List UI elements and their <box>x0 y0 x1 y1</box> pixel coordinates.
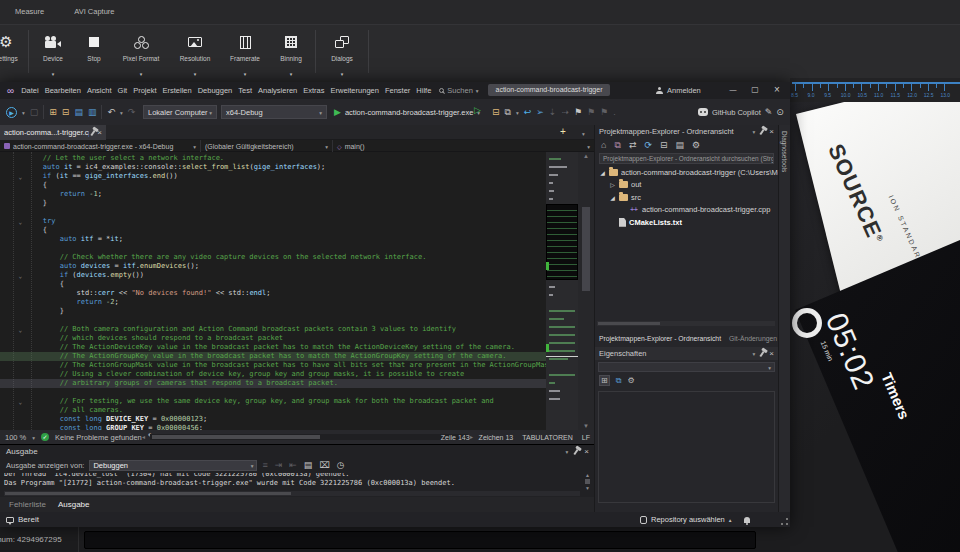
menu-item-hilfe[interactable]: Hilfe <box>413 84 434 97</box>
step-over-icon[interactable]: ⇢ <box>561 106 569 118</box>
code-line[interactable]: auto devices = itf.enumDevices(); <box>0 262 546 271</box>
breadcrumb-member[interactable]: ◇ main() <box>332 140 594 152</box>
pin-icon[interactable] <box>760 128 765 134</box>
code-line[interactable]: auto itf = *it; <box>0 235 546 244</box>
code-line[interactable]: const long DEVICE_KEY = 0x00000123; <box>0 415 546 424</box>
fold-arrow-icon[interactable]: ⌄ <box>0 271 26 280</box>
tree-collapsed-icon[interactable]: ▷ <box>609 181 616 188</box>
bookmark-icon[interactable]: ⚑ <box>587 106 595 118</box>
code-line[interactable] <box>0 316 546 325</box>
chevron-down-icon[interactable] <box>341 71 344 77</box>
code-line[interactable]: { <box>0 181 546 190</box>
capture-tab[interactable]: Measure <box>15 7 44 16</box>
start-debugging-button[interactable]: ▶ action-command-broadcast-trigger.exe <box>334 99 480 125</box>
fold-arrow-icon[interactable]: ⌄ <box>0 397 26 406</box>
tab-error-list[interactable]: Fehlerliste <box>9 500 46 509</box>
chevron-down-icon[interactable] <box>753 349 756 358</box>
toggle-timestamp-icon[interactable]: ◷ <box>337 459 345 471</box>
alphabetical-icon[interactable]: ⧉ <box>616 376 622 386</box>
close-icon[interactable] <box>769 349 774 358</box>
scrollbar-thumb[interactable] <box>5 492 291 495</box>
code-line[interactable]: // The ActionGroupKey value in the broad… <box>0 352 546 361</box>
navigate-back-icon[interactable]: ▶ <box>6 107 17 118</box>
undo-icon[interactable]: ↶ <box>107 106 115 118</box>
sign-in-button[interactable]: Anmelden <box>656 82 701 99</box>
profile-icon[interactable]: ⊙ <box>776 106 784 118</box>
tree-row[interactable]: ◢src <box>595 191 778 204</box>
horizontal-scrollbar[interactable] <box>150 434 468 440</box>
new-project-icon[interactable]: ⊞ <box>49 106 57 118</box>
tab-output[interactable]: Ausgabe <box>58 500 90 509</box>
capture-button-stop[interactable]: Stop <box>75 25 113 78</box>
goto-prev-icon[interactable]: ⇤ <box>289 459 297 471</box>
close-icon[interactable] <box>769 127 774 136</box>
step-into-icon[interactable]: ⇣ <box>549 106 557 118</box>
chevron-down-icon[interactable] <box>244 71 247 77</box>
chevron-down-icon[interactable] <box>52 71 55 77</box>
start-without-debugging-icon[interactable]: ▷ <box>474 105 481 115</box>
show-all-files-icon[interactable]: ▤ <box>676 140 685 150</box>
scrollbar-thumb[interactable] <box>582 207 590 291</box>
chevron-down-icon[interactable] <box>566 447 569 456</box>
refresh-icon[interactable]: ⟳ <box>644 140 652 150</box>
capture-button-resolution[interactable]: Resolution <box>169 25 221 78</box>
new-tab-icon[interactable]: + <box>560 126 566 137</box>
chevron-down-icon[interactable] <box>140 71 143 77</box>
code-line[interactable]: // all cameras. <box>0 406 546 415</box>
scroll-down-icon[interactable]: ▼ <box>578 423 594 429</box>
search-box[interactable]: Suchen <box>439 86 478 95</box>
property-pages-icon[interactable]: ⚙ <box>627 376 634 385</box>
output-log[interactable]: Der Thread 'ic4.device_lost' (17304) hat… <box>4 473 578 489</box>
code-line[interactable]: // Using a clever combination of device … <box>0 370 546 379</box>
code-line[interactable] <box>0 244 546 253</box>
configuration-combo[interactable]: x64-Debug <box>221 105 327 119</box>
fold-arrow-icon[interactable]: ⌄ <box>0 172 26 181</box>
code-lines[interactable]: // Let the user select a network interfa… <box>0 154 546 430</box>
problems-label[interactable]: Keine Probleme gefunden <box>55 433 142 442</box>
goto-next-icon[interactable]: ⇥ <box>275 459 283 471</box>
pin-icon[interactable] <box>91 129 96 135</box>
bookmark-icon[interactable]: ⚑ <box>600 106 608 118</box>
explorer-search-input[interactable]: Projektmappen-Explorer - Ordneransicht d… <box>599 153 774 164</box>
resize-grip[interactable] <box>781 518 788 525</box>
select-repository-button[interactable]: Repository auswählen <box>640 512 750 527</box>
chevron-down-icon[interactable] <box>22 108 25 117</box>
tree-row[interactable]: action-command-broadcast-trigger.cpp <box>595 204 778 217</box>
folder-icon[interactable]: ⊟ <box>492 106 500 118</box>
debug-target-combo[interactable]: Lokaler Computer <box>143 105 217 119</box>
categorized-icon[interactable]: ⊞ <box>599 375 610 386</box>
tab-folder-view[interactable]: Projektmappen-Explorer - Ordneransicht <box>599 335 721 342</box>
minimap[interactable] <box>546 152 578 430</box>
open-folder-icon[interactable]: ⊟ <box>62 106 70 118</box>
code-editor[interactable]: // Let the user select a network interfa… <box>0 152 594 430</box>
fold-arrow-icon[interactable]: ⌄ <box>0 217 26 226</box>
code-line[interactable]: // Let the user select a network interfa… <box>0 154 546 163</box>
scrollbar-thumb[interactable] <box>152 435 320 439</box>
tab-git-changes[interactable]: Git-Änderungen <box>729 335 777 342</box>
more-options-icon[interactable]: . <box>613 106 616 118</box>
tree-expanded-icon[interactable]: ◢ <box>599 169 606 176</box>
home-icon[interactable]: ⌂ <box>601 140 606 150</box>
output-horizontal-scrollbar[interactable] <box>4 491 580 496</box>
find-message-icon[interactable]: ≡ <box>262 459 267 471</box>
tree-expanded-icon[interactable]: ◢ <box>609 194 616 201</box>
feedback-bubble-icon[interactable] <box>6 517 14 523</box>
code-line[interactable]: // Check whether there are any video cap… <box>0 253 546 262</box>
breadcrumb-project[interactable]: action-command-broadcast-trigger.exe - x… <box>0 140 200 152</box>
chevron-down-icon[interactable] <box>194 71 197 77</box>
code-line[interactable]: { <box>0 280 546 289</box>
menu-item-datei[interactable]: Datei <box>18 84 42 97</box>
capture-button-binning[interactable]: Binning <box>269 25 313 78</box>
code-line[interactable]: ⌄ // For testing, we use the same device… <box>0 397 546 406</box>
explorer-horizontal-scrollbar[interactable] <box>597 321 775 326</box>
save-icon[interactable]: ▤ <box>74 106 83 118</box>
maximize-button[interactable] <box>744 82 766 99</box>
tree-row[interactable]: CMakeLists.txt <box>595 216 778 229</box>
code-line[interactable]: // The ActionDeviceKey value in the broa… <box>0 343 546 352</box>
menu-item-debuggen[interactable]: Debuggen <box>195 84 236 97</box>
breadcrumb-scope[interactable]: (Globaler Gültigkeitsbereich) <box>200 140 332 152</box>
tree-row[interactable]: ◢action-command-broadcast-trigger (C:\Us… <box>595 166 778 179</box>
clear-all-icon[interactable]: ⌧ <box>319 459 329 471</box>
char-indicator[interactable]: Zeichen 13 <box>479 434 514 441</box>
capture-button-settings[interactable]: ⚙Settings <box>0 25 26 78</box>
